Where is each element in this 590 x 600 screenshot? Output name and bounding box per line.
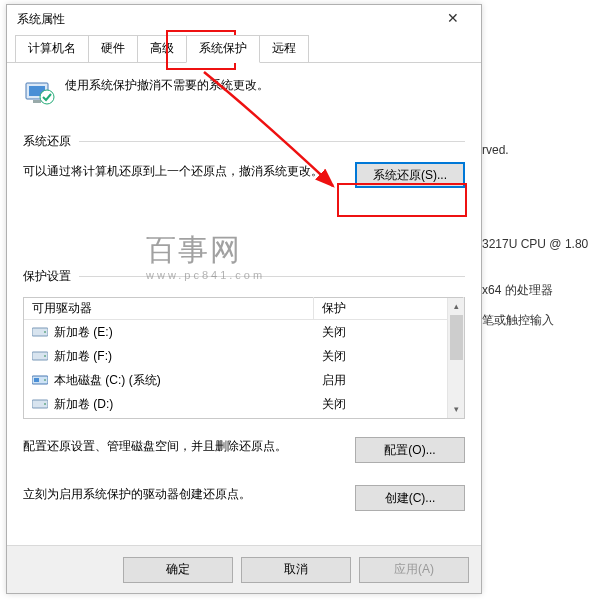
column-protection[interactable]: 保护 (314, 297, 464, 320)
dialog-title: 系统属性 (17, 5, 65, 33)
system-properties-dialog: 系统属性 ✕ 计算机名 硬件 高级 系统保护 远程 使用系统保护撤消不需要的系统… (6, 4, 482, 594)
apply-button[interactable]: 应用(A) (359, 557, 469, 583)
configure-button[interactable]: 配置(O)... (355, 437, 465, 463)
drive-row[interactable]: 新加卷 (D:)关闭 (24, 392, 464, 416)
configure-description: 配置还原设置、管理磁盘空间，并且删除还原点。 (23, 437, 339, 455)
drive-list-header: 可用驱动器 保护 (24, 298, 464, 320)
drive-list[interactable]: 可用驱动器 保护 新加卷 (E:)关闭新加卷 (F:)关闭本地磁盘 (C:) (… (23, 297, 465, 419)
drive-status: 关闭 (314, 321, 464, 344)
drive-row[interactable]: 本地磁盘 (C:) (系统)启用 (24, 368, 464, 392)
scroll-down-icon[interactable]: ▾ (448, 401, 464, 418)
tab-remote[interactable]: 远程 (259, 35, 309, 62)
drive-icon (32, 398, 48, 410)
svg-point-7 (44, 355, 46, 357)
tab-content: 使用系统保护撤消不需要的系统更改。 系统还原 可以通过将计算机还原到上一个还原点… (7, 63, 481, 511)
drive-status: 关闭 (314, 393, 464, 416)
tab-computer-name[interactable]: 计算机名 (15, 35, 89, 62)
ok-button[interactable]: 确定 (123, 557, 233, 583)
section-system-restore: 系统还原 (23, 133, 465, 150)
tab-hardware[interactable]: 硬件 (88, 35, 138, 62)
scroll-up-icon[interactable]: ▴ (448, 298, 464, 315)
drive-status: 启用 (314, 369, 464, 392)
drive-name: 新加卷 (F:) (54, 348, 112, 365)
svg-point-12 (44, 403, 46, 405)
intro-row: 使用系统保护撤消不需要的系统更改。 (23, 77, 465, 109)
drive-name: 新加卷 (D:) (54, 396, 113, 413)
system-protection-icon (23, 77, 55, 109)
scrollbar[interactable]: ▴ ▾ (447, 298, 464, 418)
create-button[interactable]: 创建(C)... (355, 485, 465, 511)
cancel-button[interactable]: 取消 (241, 557, 351, 583)
create-description: 立刻为启用系统保护的驱动器创建还原点。 (23, 485, 339, 503)
svg-point-5 (44, 331, 46, 333)
scroll-thumb[interactable] (450, 315, 463, 360)
close-icon[interactable]: ✕ (431, 9, 475, 29)
tab-system-protection[interactable]: 系统保护 (186, 35, 260, 63)
dialog-button-row: 确定 取消 应用(A) (7, 545, 481, 593)
drive-row[interactable]: 新加卷 (F:)关闭 (24, 344, 464, 368)
drive-status: 关闭 (314, 345, 464, 368)
drive-icon (32, 350, 48, 362)
svg-rect-2 (33, 100, 41, 103)
titlebar[interactable]: 系统属性 ✕ (7, 5, 481, 33)
drive-icon (32, 326, 48, 338)
background-system-info: rved. 3217U CPU @ 1.80 x64 的处理器 笔或触控输入 (482, 0, 582, 332)
restore-description: 可以通过将计算机还原到上一个还原点，撤消系统更改。 (23, 162, 339, 180)
drive-name: 新加卷 (E:) (54, 324, 113, 341)
svg-rect-9 (34, 378, 39, 382)
drive-name: 本地磁盘 (C:) (系统) (54, 372, 161, 389)
intro-text: 使用系统保护撤消不需要的系统更改。 (65, 77, 269, 94)
tab-strip: 计算机名 硬件 高级 系统保护 远程 (7, 33, 481, 63)
tab-advanced[interactable]: 高级 (137, 35, 187, 62)
system-restore-button[interactable]: 系统还原(S)... (355, 162, 465, 188)
column-drive[interactable]: 可用驱动器 (24, 297, 314, 320)
svg-point-3 (40, 90, 54, 104)
section-protection-settings: 保护设置 (23, 268, 465, 285)
svg-point-10 (44, 379, 46, 381)
drive-row[interactable]: 新加卷 (E:)关闭 (24, 320, 464, 344)
drive-icon (32, 374, 48, 386)
